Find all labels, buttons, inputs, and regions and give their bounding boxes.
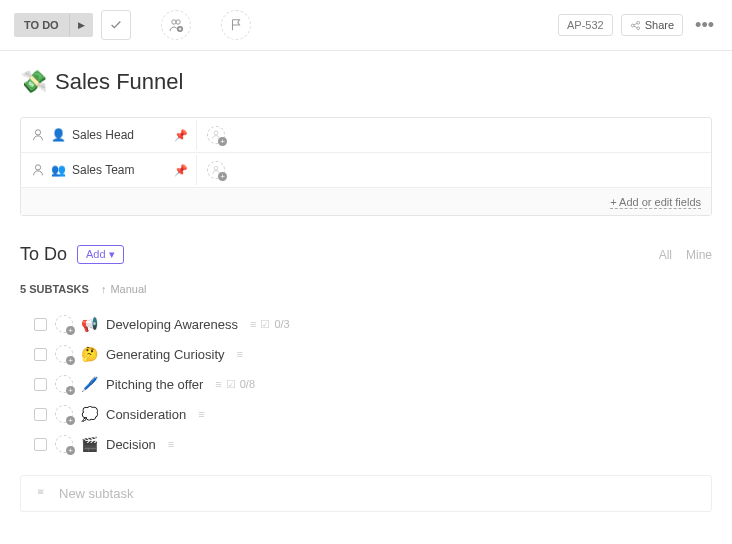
task-id-chip[interactable]: AP-532 — [558, 14, 613, 36]
field-label-cell[interactable]: 👥 Sales Team 📌 — [21, 155, 197, 185]
field-row: 👤 Sales Head 📌 — [21, 118, 711, 153]
checklist-count: 0/8 — [240, 378, 255, 390]
task-emoji-icon: 🖊️ — [81, 376, 98, 392]
task-name: Developing Awareness — [106, 317, 238, 332]
task-name: Consideration — [106, 407, 186, 422]
description-icon: ≡ — [250, 318, 256, 330]
checkbox[interactable] — [34, 318, 47, 331]
share-icon — [630, 20, 641, 31]
task-meta: ≡ — [237, 348, 243, 360]
subtask-item[interactable]: 🖊️Pitching the offer≡☑0/8 — [20, 369, 712, 399]
share-label: Share — [645, 19, 674, 31]
assignees-button[interactable] — [161, 10, 191, 40]
checklist-icon: ☑ — [226, 378, 236, 391]
page-title[interactable]: Sales Funnel — [55, 69, 183, 95]
field-row: 👥 Sales Team 📌 — [21, 153, 711, 188]
section-title: To Do — [20, 244, 67, 265]
subtask-item[interactable]: 💭Consideration≡ — [20, 399, 712, 429]
status-caret-icon[interactable]: ▶ — [69, 14, 93, 36]
assignee-icon[interactable] — [55, 435, 73, 453]
subtask-item[interactable]: 📢Developing Awareness≡☑0/3 — [20, 309, 712, 339]
checkbox[interactable] — [34, 348, 47, 361]
assignee-icon[interactable] — [55, 345, 73, 363]
task-name: Decision — [106, 437, 156, 452]
status-button[interactable]: TO DO ▶ — [14, 13, 93, 37]
toolbar: TO DO ▶ AP-532 Share ••• — [0, 0, 732, 51]
custom-fields-box: 👤 Sales Head 📌 👥 Sales Team 📌 — [20, 117, 712, 216]
task-meta: ≡ — [198, 408, 204, 420]
svg-point-7 — [214, 131, 218, 135]
fields-footer: + Add or edit fields — [21, 188, 711, 215]
field-label: Sales Team — [72, 163, 134, 177]
assignee-icon[interactable] — [55, 315, 73, 333]
task-emoji-icon: 🎬 — [81, 436, 98, 452]
people-filled-icon: 👥 — [51, 163, 66, 177]
person-icon — [31, 163, 45, 177]
pin-icon[interactable]: 📌 — [174, 129, 188, 142]
pin-icon[interactable]: 📌 — [174, 164, 188, 177]
task-meta: ≡ — [168, 438, 174, 450]
sort-control[interactable]: ↑ Manual — [101, 283, 147, 295]
subtasks-header: 5 SUBTASKS ↑ Manual — [20, 283, 712, 295]
description-icon: ≡ — [168, 438, 174, 450]
assignee-icon[interactable] — [55, 405, 73, 423]
svg-point-5 — [637, 26, 640, 29]
svg-point-3 — [631, 24, 634, 27]
priority-flag-button[interactable] — [221, 10, 251, 40]
title-emoji-icon: 💸 — [20, 69, 47, 95]
task-meta: ≡☑0/8 — [215, 378, 255, 391]
add-button[interactable]: Add ▾ — [77, 245, 124, 264]
subtask-item[interactable]: 🤔Generating Curiosity≡ — [20, 339, 712, 369]
assignee-icon[interactable] — [55, 375, 73, 393]
svg-point-4 — [637, 21, 640, 24]
share-button[interactable]: Share — [621, 14, 683, 36]
task-name: Generating Curiosity — [106, 347, 225, 362]
new-subtask-placeholder: New subtask — [59, 486, 133, 501]
field-value-cell[interactable] — [197, 118, 711, 152]
checkbox[interactable] — [34, 378, 47, 391]
more-menu-button[interactable]: ••• — [691, 15, 718, 36]
checkbox[interactable] — [34, 438, 47, 451]
description-icon: ≡ — [237, 348, 243, 360]
filter-mine[interactable]: Mine — [686, 248, 712, 262]
add-fields-link[interactable]: + Add or edit fields — [610, 196, 701, 209]
task-emoji-icon: 📢 — [81, 316, 98, 332]
sort-label: Manual — [110, 283, 146, 295]
task-meta: ≡☑0/3 — [250, 318, 290, 331]
field-value-cell[interactable] — [197, 153, 711, 187]
new-subtask-input[interactable]: New subtask — [20, 475, 712, 512]
task-emoji-icon: 🤔 — [81, 346, 98, 362]
field-label-cell[interactable]: 👤 Sales Head 📌 — [21, 120, 197, 150]
person-filled-icon: 👤 — [51, 128, 66, 142]
person-icon — [31, 128, 45, 142]
section-header: To Do Add ▾ All Mine — [20, 244, 712, 265]
subtask-item[interactable]: 🎬Decision≡ — [20, 429, 712, 459]
content-area: 💸 Sales Funnel 👤 Sales Head 📌 👥 Sales Te… — [0, 51, 732, 530]
checklist-icon: ☑ — [260, 318, 270, 331]
description-icon: ≡ — [215, 378, 221, 390]
checklist-count: 0/3 — [274, 318, 289, 330]
svg-point-6 — [35, 130, 40, 135]
complete-button[interactable] — [101, 10, 131, 40]
title-row: 💸 Sales Funnel — [20, 69, 712, 95]
filter-all[interactable]: All — [659, 248, 672, 262]
status-label: TO DO — [14, 13, 69, 37]
add-person-icon[interactable] — [207, 126, 225, 144]
arrow-up-icon: ↑ — [101, 283, 107, 295]
task-name: Pitching the offer — [106, 377, 203, 392]
description-icon: ≡ — [198, 408, 204, 420]
checkbox[interactable] — [34, 408, 47, 421]
field-label: Sales Head — [72, 128, 134, 142]
subtask-list: 📢Developing Awareness≡☑0/3🤔Generating Cu… — [20, 309, 712, 459]
task-emoji-icon: 💭 — [81, 406, 98, 422]
svg-point-8 — [35, 165, 40, 170]
svg-point-9 — [214, 166, 218, 170]
add-person-icon[interactable] — [207, 161, 225, 179]
subtasks-count: 5 SUBTASKS — [20, 283, 89, 295]
flag-icon — [35, 488, 47, 500]
